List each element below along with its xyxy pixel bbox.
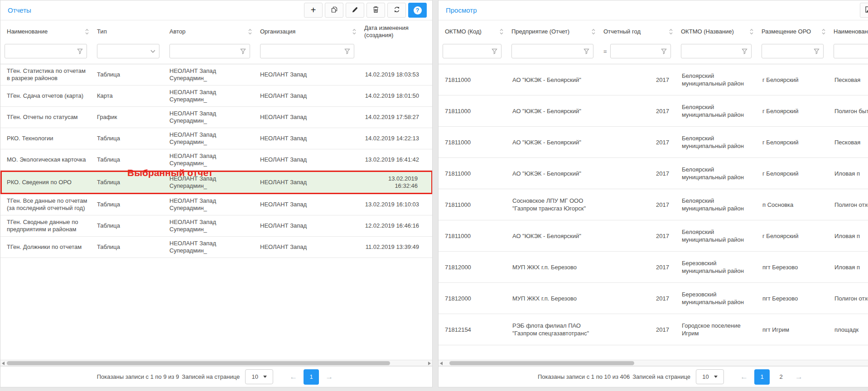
sort-icon[interactable] <box>248 29 252 35</box>
table-row[interactable]: 71811000АО "ЮКЭК - Белоярский"2017Белояр… <box>439 95 868 127</box>
next-page-button[interactable]: → <box>323 372 336 381</box>
page-button[interactable]: 2 <box>773 369 789 385</box>
filter-select-type[interactable] <box>97 44 159 58</box>
filter-icon[interactable] <box>240 48 246 54</box>
filter-input-org[interactable] <box>264 48 344 55</box>
column-header-type[interactable]: Тип <box>93 20 166 43</box>
prev-page-button[interactable]: ← <box>738 372 751 381</box>
filter-icon[interactable] <box>344 48 350 54</box>
cell-oktmo: Белоярский муниципальный район <box>677 220 758 252</box>
chevron-down-icon <box>150 50 155 53</box>
pencil-icon <box>352 6 358 14</box>
column-header-placement[interactable]: Размещение ОРО <box>758 20 830 43</box>
column-header-oktmo-code[interactable]: ОКТМО (Код) <box>439 20 508 43</box>
selected-report-annotation: Выбранный отчет <box>127 167 213 178</box>
cell-name: Иловая п <box>830 220 868 252</box>
table-row[interactable]: 71811000АО "ЮКЭК - Белоярский"2017Белояр… <box>439 127 868 158</box>
filter-icon[interactable] <box>742 48 747 54</box>
table-row[interactable]: ТГен. Сводные данные по предприятиям и р… <box>0 215 432 237</box>
horizontal-scrollbar <box>439 360 868 366</box>
table-row[interactable]: ТГен. Отчеты по статусамГрафикНЕОЛАНТ За… <box>0 107 432 128</box>
filter-input-oktmo-name[interactable] <box>685 48 742 55</box>
cell-date: 12.02.2019 16:46:16 <box>361 215 432 237</box>
copy-button[interactable] <box>325 3 343 18</box>
table-row[interactable]: ТГен. Все данные по отчетам (за последни… <box>0 194 432 215</box>
filter-input-name[interactable] <box>838 48 868 55</box>
help-button[interactable]: ? <box>408 3 427 18</box>
column-header-org[interactable]: Организация <box>256 20 361 43</box>
table-row[interactable]: 71811000АО "ЮКЭК - Белоярский"2017Белояр… <box>439 64 868 95</box>
cell-placement: п Сосновка <box>758 189 830 220</box>
export-image-button[interactable] <box>860 3 868 18</box>
sort-icon[interactable] <box>750 29 753 35</box>
cell-org: НЕОЛАНТ Запад <box>256 215 361 237</box>
page-button[interactable]: 1 <box>754 369 770 385</box>
sort-icon[interactable] <box>85 29 89 35</box>
cell-enterprise: АО "ЮКЭК - Белоярский" <box>508 158 600 189</box>
filter-icon[interactable] <box>583 48 589 54</box>
table-row[interactable]: ТГен. Статистика по отчетам в разрезе ра… <box>0 64 432 86</box>
cell-author: НЕОЛАНТ Запад Суперадмин_ <box>166 86 256 107</box>
next-page-button[interactable]: → <box>792 372 805 381</box>
filter-input-placement[interactable] <box>766 48 814 55</box>
page-button[interactable]: 1 <box>304 369 319 385</box>
cell-enterprise: АО "ЮКЭК - Белоярский" <box>508 127 600 158</box>
cell-type: Таблица <box>93 64 166 86</box>
filter-input-type[interactable] <box>101 48 150 55</box>
filter-input-name[interactable] <box>9 48 77 55</box>
filter-icon[interactable] <box>661 48 667 54</box>
column-header-name[interactable]: Наименование <box>0 20 93 43</box>
filter-icon[interactable] <box>77 48 83 54</box>
scroll-right-icon[interactable] <box>428 362 431 365</box>
edit-button[interactable] <box>346 3 364 18</box>
filter-input-author[interactable] <box>174 48 240 55</box>
cell-org: НЕОЛАНТ Запад <box>256 64 361 86</box>
sort-icon[interactable] <box>592 29 595 35</box>
column-header-name[interactable]: Наименование <box>830 20 868 43</box>
table-row[interactable]: РКО. ТехнологииТаблицаНЕОЛАНТ Запад Супе… <box>0 128 432 149</box>
filter-box-org <box>260 44 354 58</box>
column-header-year[interactable]: Отчетный год <box>600 20 677 43</box>
filter-input-year[interactable] <box>614 48 661 55</box>
table-row[interactable]: ТГен. Сдача отчетов (карта)КартаНЕОЛАНТ … <box>0 86 432 107</box>
table-row[interactable]: 71811000АО "ЮКЭК - Белоярский"2017Белояр… <box>439 158 868 189</box>
cell-name: МО. Экологическая карточка <box>0 149 93 171</box>
scrollbar-thumb[interactable] <box>7 361 390 365</box>
per-page-select[interactable]: 10 <box>696 369 724 384</box>
sort-icon[interactable] <box>500 29 503 35</box>
table-row[interactable]: 71812154РЭБ флота филиал ПАО "Газпром сп… <box>439 314 868 345</box>
table-row[interactable]: 71811000АО "ЮКЭК - Белоярский"2017Белояр… <box>439 220 868 252</box>
refresh-button[interactable] <box>387 3 406 18</box>
add-button[interactable]: + <box>304 3 323 18</box>
column-header-enterprise[interactable]: Предприятие (Отчет) <box>508 20 600 43</box>
preview-footer: Показаны записи с 1 по 10 из 406 Записей… <box>439 366 868 387</box>
delete-button[interactable] <box>366 3 385 18</box>
prev-page-button[interactable]: ← <box>287 372 300 381</box>
column-header-date[interactable]: Дата изменения (создания) <box>361 20 433 43</box>
scroll-left-icon[interactable] <box>440 362 443 365</box>
filter-icon[interactable] <box>492 48 497 54</box>
column-header-oktmo-name[interactable]: ОКТМО (Название) <box>677 20 758 43</box>
filter-input-enterprise[interactable] <box>516 48 583 55</box>
table-row[interactable]: МО. Экологическая карточкаТаблицаНЕОЛАНТ… <box>0 149 432 171</box>
cell-oktmo: Белоярский муниципальный район <box>677 64 758 95</box>
cell-date: 14.02.2019 18:01:50 <box>361 86 432 107</box>
table-row[interactable]: РКО. Сведения по ОРОТаблицаНЕОЛАНТ Запад… <box>0 171 432 194</box>
cell-oktmo: Березовский муниципальный район <box>677 283 758 314</box>
table-row[interactable]: ТГен. Должники по отчетамТаблицаНЕОЛАНТ … <box>0 237 432 258</box>
sort-icon[interactable] <box>669 29 673 35</box>
filter-icon[interactable] <box>814 48 820 54</box>
cell-year: 2017 <box>600 189 677 220</box>
table-row[interactable]: 71811000Сосновское ЛПУ МГ ООО "Газпром т… <box>439 189 868 220</box>
column-header-author[interactable]: Автор <box>166 20 256 43</box>
scrollbar-thumb[interactable] <box>449 361 634 365</box>
per-page-select[interactable]: 10 <box>245 369 273 384</box>
sort-icon[interactable] <box>352 29 356 35</box>
cell-year: 2017 <box>600 158 677 189</box>
table-row[interactable]: 71812000МУП ЖКХ г.п. Березово2017Березов… <box>439 252 868 283</box>
sort-icon[interactable] <box>822 29 825 35</box>
table-row[interactable]: 71812000МУП ЖКХ г.п. Березово2017Березов… <box>439 283 868 314</box>
filter-box-oktmo-name <box>681 44 752 58</box>
filter-input-oktmo-code[interactable] <box>447 48 492 55</box>
scroll-left-icon[interactable] <box>2 362 5 365</box>
